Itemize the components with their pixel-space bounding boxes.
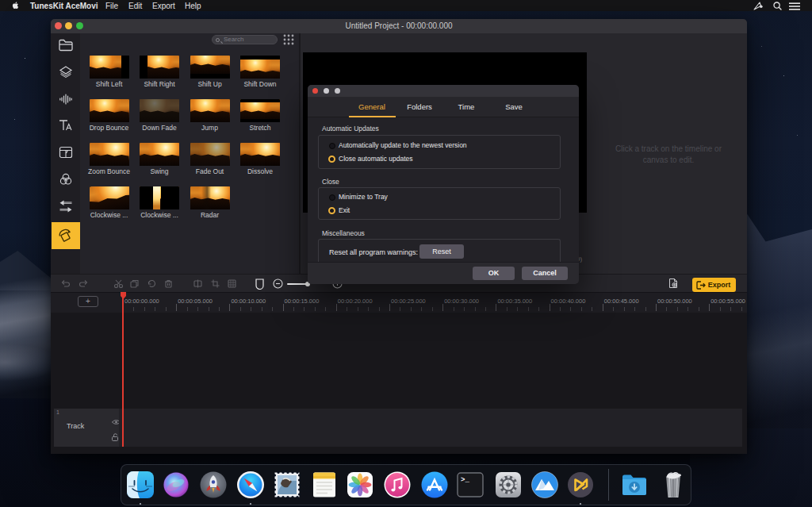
svg-text:>_: >_ xyxy=(461,476,469,484)
